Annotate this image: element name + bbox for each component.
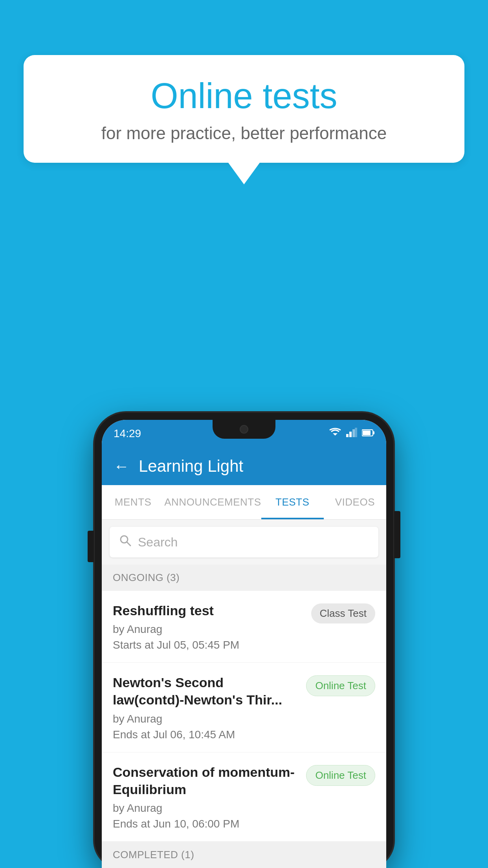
phone-wrapper: 14:29 <box>95 413 393 868</box>
phone-outer: 14:29 <box>95 413 393 868</box>
camera <box>240 425 248 434</box>
svg-rect-7 <box>373 431 374 434</box>
test-item-date: Starts at Jul 05, 05:45 PM <box>113 639 303 651</box>
tab-announcements[interactable]: ANNOUNCEMENTS <box>164 485 261 519</box>
test-item-title: Conservation of momentum-Equilibrium <box>113 763 298 798</box>
status-bar: 14:29 <box>102 420 386 447</box>
test-item-author: by Anurag <box>113 713 298 725</box>
svg-rect-2 <box>349 432 352 437</box>
status-time: 14:29 <box>114 427 141 440</box>
speech-bubble-container: Online tests for more practice, better p… <box>24 55 464 184</box>
test-item-title: Newton's Second law(contd)-Newton's Thir… <box>113 674 298 708</box>
test-item-content: Reshuffling test by Anurag Starts at Jul… <box>113 602 311 651</box>
test-badge-class: Class Test <box>311 603 375 623</box>
notch <box>213 420 275 439</box>
test-badge-online: Online Test <box>306 765 375 786</box>
tab-ments[interactable]: MENTS <box>102 485 164 519</box>
speech-bubble: Online tests for more practice, better p… <box>24 55 464 163</box>
search-container: Search <box>102 520 386 565</box>
completed-section-header: COMPLETED (1) <box>102 842 386 868</box>
test-item-date: Ends at Jun 10, 06:00 PM <box>113 818 298 830</box>
svg-rect-4 <box>355 428 357 437</box>
test-item-title: Reshuffling test <box>113 602 303 619</box>
test-item[interactable]: Reshuffling test by Anurag Starts at Jul… <box>102 591 386 663</box>
test-item[interactable]: Newton's Second law(contd)-Newton's Thir… <box>102 663 386 752</box>
test-item-author: by Anurag <box>113 623 303 636</box>
svg-rect-3 <box>352 429 355 437</box>
search-input[interactable]: Search <box>138 535 178 550</box>
test-item-content: Newton's Second law(contd)-Newton's Thir… <box>113 674 306 741</box>
back-button[interactable]: ← <box>114 458 129 474</box>
speech-bubble-title: Online tests <box>47 77 441 116</box>
ongoing-section-header: ONGOING (3) <box>102 565 386 591</box>
search-icon <box>119 534 132 550</box>
svg-marker-0 <box>333 433 338 436</box>
test-badge-online: Online Test <box>306 675 375 696</box>
signal-icon <box>346 428 357 440</box>
battery-icon <box>362 428 374 439</box>
status-icons <box>329 428 374 440</box>
test-item-content: Conservation of momentum-Equilibrium by … <box>113 763 306 830</box>
svg-rect-6 <box>363 430 371 435</box>
tabs-container: MENTS ANNOUNCEMENTS TESTS VIDEOS <box>102 485 386 520</box>
speech-bubble-arrow <box>228 163 260 184</box>
app-header: ← Learning Light <box>102 447 386 485</box>
tab-videos[interactable]: VIDEOS <box>324 485 386 519</box>
app-title: Learning Light <box>139 457 243 476</box>
search-input-wrapper[interactable]: Search <box>110 527 378 557</box>
svg-rect-1 <box>346 434 349 437</box>
test-item-author: by Anurag <box>113 802 298 815</box>
phone-screen: 14:29 <box>102 420 386 868</box>
svg-line-9 <box>127 542 130 546</box>
test-item-date: Ends at Jul 06, 10:45 AM <box>113 728 298 741</box>
tab-tests[interactable]: TESTS <box>261 485 324 519</box>
speech-bubble-subtitle: for more practice, better performance <box>47 123 441 143</box>
wifi-icon <box>329 428 341 440</box>
test-item[interactable]: Conservation of momentum-Equilibrium by … <box>102 752 386 842</box>
